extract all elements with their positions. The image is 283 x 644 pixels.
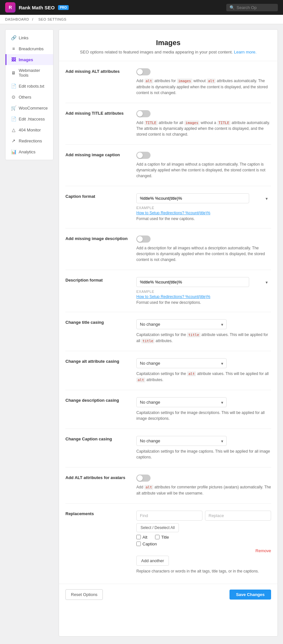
setting-replacements: Replacements Select / Deselect All Alt (65, 504, 271, 581)
sidebar-item-analytics[interactable]: 📊 Analytics (5, 146, 53, 157)
alt-casing-select[interactable]: No change (136, 358, 227, 368)
breadcrumb-separator: / (32, 17, 34, 21)
description-casing-select-wrap: No change (136, 397, 227, 407)
setting-label: Change title casing (65, 319, 130, 325)
analytics-icon: 📊 (11, 149, 16, 154)
description-format-select[interactable]: %title% %count(title)% (136, 277, 249, 287)
settings-section: Add missing ALT attributes Add alt attri… (59, 61, 278, 581)
sidebar-item-breadcrumbs[interactable]: ≡ Breadcrumbs (5, 43, 53, 54)
alt-checkbox-label[interactable]: Alt (136, 535, 147, 540)
breadcrumb: DASHBOARD / SEO SETTINGS (0, 15, 283, 24)
setting-label: Caption format (65, 193, 130, 199)
description-example-link[interactable]: How to Setup Redirections? %count(title)… (136, 294, 210, 299)
title-casing-select[interactable]: No change (136, 319, 227, 329)
replacements-wrap: Select / Deselect All Alt Title (136, 511, 271, 574)
page-title: Images (65, 39, 271, 47)
add-missing-title-toggle[interactable] (136, 110, 151, 117)
sidebar-item-edit-htaccess[interactable]: 📄 Edit .htaccess (5, 113, 53, 124)
setting-label: Replacements (65, 511, 130, 516)
description-casing-select[interactable]: No change (136, 397, 227, 407)
woo-icon: 🛒 (11, 105, 16, 111)
content-header: Images SEO options related to featured i… (59, 30, 278, 61)
setting-add-missing-description: Add missing image description Add a desc… (65, 228, 271, 270)
add-another-button[interactable]: Add another (136, 556, 169, 566)
search-input[interactable] (237, 5, 272, 10)
setting-change-title-casing: Change title casing No change Capitaliza… (65, 312, 271, 351)
reset-options-button[interactable]: Reset Options (65, 589, 103, 600)
sidebar-item-redirections[interactable]: ↗ Redirections (5, 135, 53, 146)
caption-checkbox[interactable] (136, 542, 141, 546)
setting-description: Capitalization settings for the image de… (136, 410, 271, 421)
setting-label: Add missing image description (65, 235, 130, 241)
setting-content: Add TITLE attribute for all images witho… (136, 110, 271, 138)
sidebar-item-images[interactable]: 🖼 Images (5, 54, 53, 65)
caption-format-select[interactable]: %title% %count(title)% (136, 193, 249, 203)
setting-label: Add missing TITLE attributes (65, 110, 130, 116)
setting-change-alt-casing: Change alt attribute casing No change Ca… (65, 351, 271, 390)
add-missing-caption-toggle[interactable] (136, 152, 151, 159)
caption-example-link[interactable]: How to Setup Redirections? %count(title)… (136, 211, 210, 215)
caption-checkbox-label[interactable]: Caption (136, 542, 157, 546)
save-changes-button[interactable]: Save Changes (229, 590, 271, 600)
sidebar-item-edit-robots[interactable]: 📄 Edit robots.txt (5, 81, 53, 91)
setting-label: Add ALT attributes for avatars (65, 475, 130, 480)
setting-add-missing-caption: Add missing image caption Add a caption … (65, 145, 271, 186)
setting-description: Add TITLE attribute for all images witho… (136, 120, 271, 138)
add-missing-alt-toggle[interactable] (136, 68, 151, 75)
sidebar-item-links[interactable]: 🔗 Links (5, 32, 53, 43)
find-input[interactable] (136, 511, 202, 521)
sidebar-item-404-monitor[interactable]: △ 404 Monitor (5, 124, 53, 135)
find-replace-row (136, 511, 271, 521)
setting-description: Add alt attributes for commenter profile… (136, 484, 271, 496)
setting-label: Add missing ALT attributes (65, 68, 130, 74)
monitor-icon: △ (11, 127, 16, 132)
breadcrumb-dashboard[interactable]: DASHBOARD (5, 17, 29, 21)
sidebar-item-woocommerce[interactable]: 🛒 WooCommerce (5, 102, 53, 113)
setting-content: %title% %count(title)% EXAMPLE How to Se… (136, 277, 271, 305)
title-checkbox[interactable] (155, 535, 160, 539)
setting-label: Description format (65, 277, 130, 283)
setting-description-format: Description format %title% %count(title)… (65, 270, 271, 312)
sidebar-item-label: WooCommerce (19, 106, 48, 111)
add-missing-description-toggle[interactable] (136, 235, 151, 243)
sidebar-item-webmaster-tools[interactable]: 🖥 Webmaster Tools (5, 65, 53, 81)
select-deselect-button[interactable]: Select / Deselect All (136, 523, 179, 532)
setting-add-missing-alt: Add missing ALT attributes Add alt attri… (65, 61, 271, 103)
setting-change-description-casing: Change description casing No change Capi… (65, 390, 271, 429)
checkboxes-row: Alt Title (136, 535, 271, 540)
setting-description: Capitalization settings for the alt attr… (136, 371, 271, 383)
sidebar-item-others[interactable]: ⊙ Others (5, 91, 53, 102)
setting-label: Change alt attribute casing (65, 358, 130, 364)
search-icon: 🔍 (229, 5, 235, 10)
images-icon: 🖼 (11, 57, 16, 62)
setting-label: Change Caption casing (65, 436, 130, 441)
htaccess-icon: 📄 (11, 116, 16, 121)
caption-format-select-wrap: %title% %count(title)% (136, 193, 271, 203)
add-alt-avatars-toggle[interactable] (136, 475, 151, 482)
title-checkbox-text: Title (161, 535, 169, 540)
others-icon: ⊙ (11, 94, 16, 100)
setting-description: Add a caption for all images without a c… (136, 161, 271, 179)
caption-checkbox-row: Caption (136, 542, 271, 546)
setting-add-alt-avatars: Add ALT attributes for avatars Add alt a… (65, 467, 271, 504)
caption-casing-select[interactable]: No change (136, 436, 227, 446)
logo-letter: R (9, 5, 12, 10)
example-label: EXAMPLE (136, 290, 271, 293)
title-checkbox-label[interactable]: Title (155, 535, 169, 540)
caption-checkbox-text: Caption (142, 542, 157, 546)
main-layout: 🔗 Links ≡ Breadcrumbs 🖼 Images 🖥 Webmast… (0, 24, 283, 642)
sidebar-item-label: Others (19, 95, 31, 100)
links-icon: 🔗 (11, 35, 16, 40)
setting-content: Add a caption for all images without a c… (136, 152, 271, 179)
setting-content: Add a description for all images without… (136, 235, 271, 263)
redirections-icon: ↗ (11, 138, 16, 143)
learn-more-link[interactable]: Learn more. (234, 50, 257, 54)
setting-add-missing-title: Add missing TITLE attributes Add TITLE a… (65, 103, 271, 145)
setting-content: No change Capitalization settings for th… (136, 397, 271, 421)
search-bar[interactable]: 🔍 (226, 4, 278, 11)
setting-description: Add a description for all images without… (136, 245, 271, 263)
replace-input[interactable] (205, 511, 271, 521)
alt-checkbox[interactable] (136, 535, 141, 539)
breadcrumb-current: SEO SETTINGS (38, 17, 66, 21)
remove-link[interactable]: Remove (136, 548, 271, 553)
